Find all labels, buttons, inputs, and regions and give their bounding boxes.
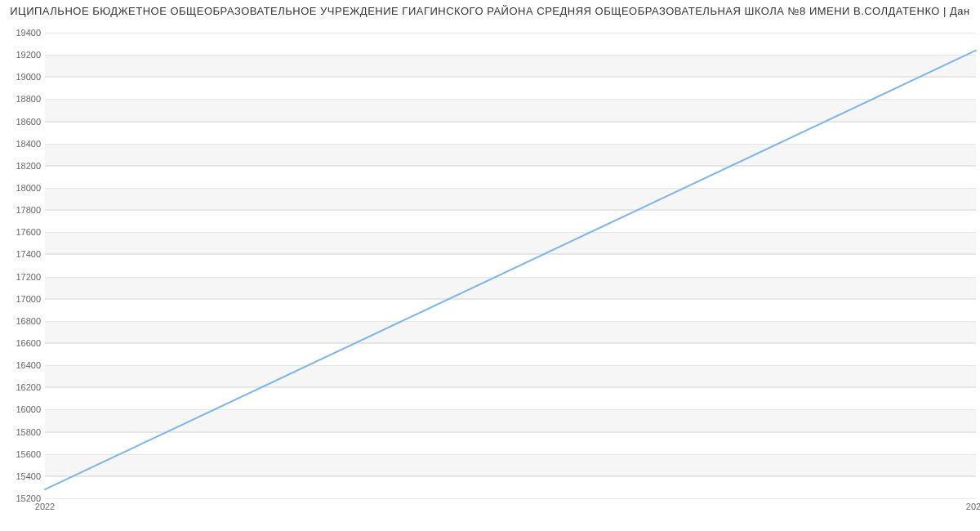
y-tick-label: 19000 — [8, 72, 41, 82]
y-tick-label: 19200 — [8, 50, 41, 60]
series-line[interactable] — [45, 51, 976, 489]
y-tick-label: 19400 — [8, 28, 41, 38]
plot-wrap — [45, 33, 976, 498]
y-tick-label: 17400 — [8, 249, 41, 259]
y-tick-label: 15800 — [8, 427, 41, 437]
line-layer — [45, 33, 976, 498]
y-tick-label: 17600 — [8, 227, 41, 237]
x-tick-label: 2024 — [966, 502, 980, 511]
y-tick-label: 18800 — [8, 94, 41, 104]
y-tick-label: 18200 — [8, 161, 41, 171]
y-tick-label: 18400 — [8, 139, 41, 149]
y-tick-label: 15400 — [8, 471, 41, 481]
y-tick-label: 15600 — [8, 449, 41, 459]
y-tick-label: 16800 — [8, 316, 41, 326]
chart-title: ИЦИПАЛЬНОЕ БЮДЖЕТНОЕ ОБЩЕОБРАЗОВАТЕЛЬНОЕ… — [0, 0, 980, 17]
y-tick-label: 16200 — [8, 382, 41, 392]
x-tick-label: 2022 — [35, 502, 55, 511]
y-tick-label: 17200 — [8, 272, 41, 282]
y-tick-label: 18000 — [8, 183, 41, 193]
gridline — [45, 498, 976, 499]
y-tick-label: 17000 — [8, 294, 41, 304]
y-tick-label: 16000 — [8, 404, 41, 414]
y-tick-label: 16400 — [8, 360, 41, 370]
y-tick-label: 18600 — [8, 117, 41, 127]
y-tick-label: 16600 — [8, 338, 41, 348]
y-tick-label: 17800 — [8, 205, 41, 215]
